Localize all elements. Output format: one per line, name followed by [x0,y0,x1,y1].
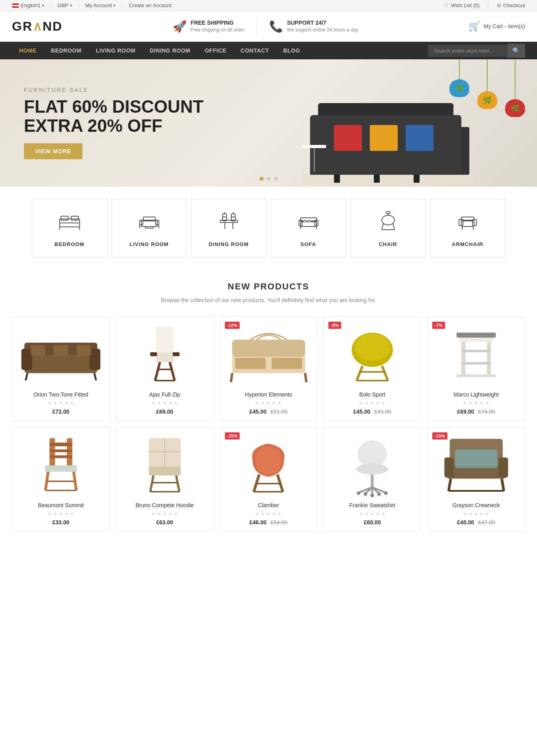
svg-rect-74 [487,342,491,376]
nav-item-home[interactable]: HOME [12,42,44,59]
category-chair[interactable]: CHAIR [350,199,426,258]
category-sofa[interactable]: SOFA [271,199,346,258]
product-ajax[interactable]: Ajax Full-Zip ★ ★ ★ ★ ★ £69.00 [116,316,214,421]
star5: ★ [174,511,178,517]
hero-cta-button[interactable]: VIEW MORE [24,143,82,159]
checkout-label: Checkout [503,2,525,8]
product-bolo-price: £45.00 £49.00 [330,408,415,415]
product-clamber[interactable]: -15% Clamber ★ ★ ★ ★ [220,427,318,532]
product-grayson-stars: ★ ★ ★ ★ ★ [434,511,519,517]
product-orion-name: Orion Two-Tone Fitted [18,391,103,398]
shipping-icon: 🚀 [173,20,187,33]
account-arrow-icon: ▾ [113,3,115,8]
language-selector[interactable]: English1 ▾ [12,2,44,8]
product-beaumont[interactable]: Beaumont Summit ★ ★ ★ ★ ★ £33.00 [12,427,110,532]
product-bruno[interactable]: Bruno Compete Hoodie ★ ★ ★ ★ ★ £63.00 [116,427,214,532]
star4: ★ [64,511,69,517]
armchair-label: ARMCHAIR [436,241,499,247]
svg-rect-58 [172,352,179,356]
cart-label: My Cart - item(s) [484,23,525,29]
star1: ★ [151,400,156,406]
star2: ★ [157,400,162,406]
dot-1[interactable] [260,177,264,181]
sofa-leg-3 [414,175,420,183]
create-account-link[interactable]: Create an Account [129,2,172,8]
category-dining-room[interactable]: DINING ROOM [191,199,267,258]
category-living-room[interactable]: LIVING ROOM [111,199,187,258]
svg-point-101 [356,464,388,475]
svg-line-53 [155,362,160,381]
svg-point-100 [358,441,387,468]
currency-selector[interactable]: GBP ▾ [57,2,72,8]
product-bolo-old-price: £49.00 [374,408,391,415]
plant-pot-red: 🌿 [505,99,525,117]
hero-dots [260,177,278,181]
product-bruno-image [122,434,207,497]
product-grayson[interactable]: -15% Grayson Crewne [427,427,525,532]
star4: ★ [479,511,484,517]
header-divider [257,18,257,34]
product-marco[interactable]: -7% Marco Lightweight ★ ★ ★ [427,316,525,421]
star1: ★ [255,511,260,517]
star2: ★ [53,400,58,406]
product-frankie[interactable]: Frankie Sweatshirt ★ ★ ★ ★ ★ £60.00 [323,427,421,532]
product-orion[interactable]: Orion Two-Tone Fitted ★ ★ ★ ★ ★ £72.00 [12,316,110,421]
star2: ★ [364,511,369,517]
new-products-section: NEW PRODUCTS Browse the collection of ou… [0,270,537,544]
star3: ★ [266,511,271,517]
svg-point-35 [386,211,390,214]
svg-rect-60 [232,340,305,357]
product-clamber-badge: -15% [225,432,240,440]
svg-point-110 [364,492,367,496]
nav-item-blog[interactable]: BLOG [276,42,307,59]
dot-3[interactable] [274,177,278,181]
cart-area[interactable]: 🛒 My Cart - item(s) [469,21,525,32]
star3: ★ [370,511,375,517]
nav-item-living-room[interactable]: LIVING ROOM [89,42,143,59]
product-bolo[interactable]: -8% Bolo Sport ★ ★ ★ ★ ★ £45.00 £49. [323,316,421,421]
svg-rect-71 [457,333,496,338]
logo[interactable]: GR∧ND [12,19,62,34]
nav-item-contact[interactable]: CONTACT [234,42,276,59]
search-button[interactable]: 🔍 [508,44,525,58]
product-frankie-price: £60.00 [330,519,415,525]
dot-2[interactable] [267,177,271,181]
search-input[interactable] [428,45,508,57]
category-bedroom[interactable]: BEDROOM [32,199,107,258]
category-armchair[interactable]: ARMCHAIR [430,199,506,258]
checkout-link[interactable]: ⊙ Checkout [497,2,525,8]
product-orion-image [18,323,103,387]
logo-accent: ∧ [33,19,43,33]
plant-string-icon3 [515,59,516,99]
star5: ★ [381,511,386,517]
nav-item-dining-room[interactable]: DINING ROOM [143,42,197,59]
svg-point-111 [377,492,381,496]
product-clamber-old-price: £54.00 [270,519,287,525]
language-arrow-icon: ▾ [42,3,44,8]
currency-label: GBP [57,2,68,8]
star5: ★ [277,400,282,406]
svg-line-32 [393,223,394,230]
product-clamber-name: Clamber [226,502,311,508]
star4: ★ [168,511,173,517]
nav-item-bedroom[interactable]: BEDROOM [44,42,89,59]
wishlist-link[interactable]: ♡ Wish List (0) [444,2,479,8]
my-account-selector[interactable]: My Account ▾ [85,2,115,8]
pillow-blue [406,125,434,151]
support-title: SUPPORT 24/7 [287,20,358,26]
product-bolo-name: Bolo Sport [330,391,415,398]
svg-rect-57 [150,352,157,356]
product-hyperion-old-price: £51.00 [270,408,287,415]
svg-rect-76 [461,362,491,365]
svg-rect-50 [77,345,92,356]
flag-icon [12,3,19,8]
product-grayson-image [434,434,519,497]
shipping-desc: Free shipping on all order [191,27,245,33]
nav-item-office[interactable]: OFFICE [197,42,233,59]
svg-rect-117 [455,449,498,468]
product-marco-image [434,323,519,387]
support-icon: 📞 [269,20,283,33]
star3: ★ [370,400,375,406]
product-hyperion[interactable]: -12% Hyperion Elements ★ ★ ★ ★ [220,316,318,421]
free-shipping-service: 🚀 FREE SHIPPING Free shipping on all ord… [173,20,245,33]
